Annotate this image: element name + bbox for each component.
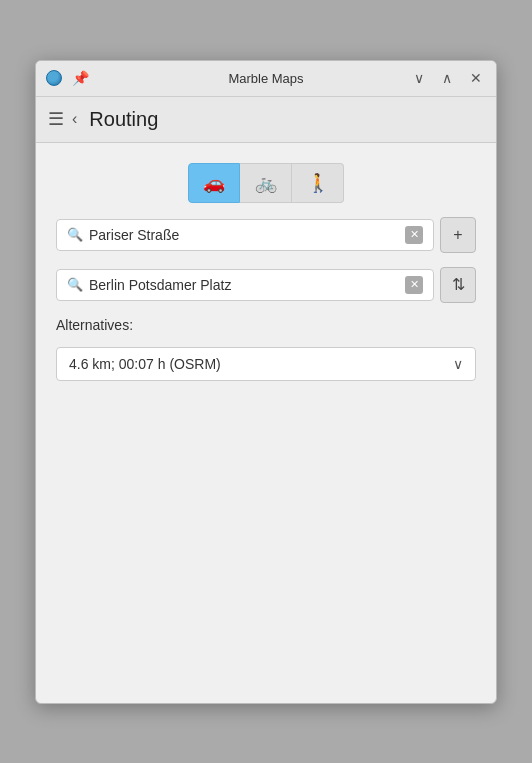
toolbar: ☰ ‹ Routing [36, 97, 496, 143]
main-content: 🚗 🚲 🚶 🔍 ✕ + 🔍 ✕ ⇅ Alternatives: [36, 143, 496, 703]
alternatives-selected-value: 4.6 km; 00:07 h (OSRM) [69, 356, 221, 372]
titlebar-right-icons: ∨ ∧ ✕ [410, 69, 486, 87]
close-button[interactable]: ✕ [466, 69, 486, 87]
transport-bike-button[interactable]: 🚲 [240, 163, 292, 203]
globe-icon [46, 70, 62, 86]
origin-row: 🔍 ✕ + [56, 217, 476, 253]
titlebar: 📌 Marble Maps ∨ ∧ ✕ [36, 61, 496, 97]
hamburger-menu-button[interactable]: ☰ [48, 108, 64, 130]
app-window: 📌 Marble Maps ∨ ∧ ✕ ☰ ‹ Routing 🚗 🚲 🚶 🔍 … [35, 60, 497, 704]
alternatives-dropdown[interactable]: 4.6 km; 00:07 h (OSRM) ∨ [56, 347, 476, 381]
origin-input-wrapper: 🔍 ✕ [56, 219, 434, 251]
transport-walk-button[interactable]: 🚶 [292, 163, 344, 203]
add-waypoint-button[interactable]: + [440, 217, 476, 253]
back-button[interactable]: ‹ [72, 110, 77, 128]
chevron-down-icon: ∨ [453, 356, 463, 372]
maximize-button[interactable]: ∧ [438, 69, 456, 87]
clear-destination-button[interactable]: ✕ [405, 276, 423, 294]
destination-input[interactable] [89, 277, 399, 293]
pin-button[interactable]: 📌 [68, 69, 93, 87]
transport-car-button[interactable]: 🚗 [188, 163, 240, 203]
search-icon-origin: 🔍 [67, 227, 83, 242]
clear-origin-button[interactable]: ✕ [405, 226, 423, 244]
search-icon-destination: 🔍 [67, 277, 83, 292]
alternatives-section: Alternatives: [56, 317, 476, 333]
swap-waypoints-button[interactable]: ⇅ [440, 267, 476, 303]
transport-mode-selector: 🚗 🚲 🚶 [56, 163, 476, 203]
origin-input[interactable] [89, 227, 399, 243]
minimize-button[interactable]: ∨ [410, 69, 428, 87]
titlebar-left-icons: 📌 [46, 69, 93, 87]
alternatives-label: Alternatives: [56, 317, 476, 333]
page-title: Routing [89, 108, 158, 131]
destination-row: 🔍 ✕ ⇅ [56, 267, 476, 303]
window-title: Marble Maps [228, 71, 303, 86]
destination-input-wrapper: 🔍 ✕ [56, 269, 434, 301]
